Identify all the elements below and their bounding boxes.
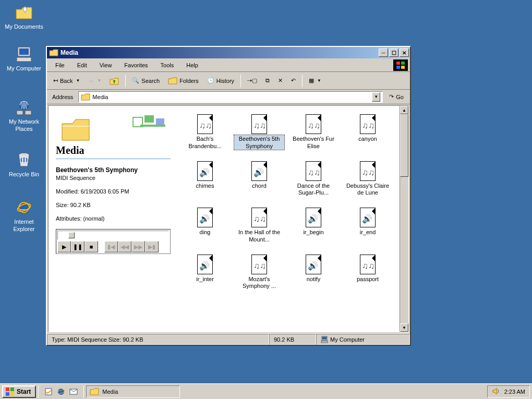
skip-end-button[interactable]: ▶▮	[145, 241, 159, 252]
file-item[interactable]: 🔊notify	[288, 251, 338, 290]
menubar: File Edit View Favorites Tools Help	[47, 58, 410, 72]
folder-icon	[81, 93, 90, 101]
file-label: Debussy's Claire de Lune	[343, 182, 393, 197]
scroll-down-button[interactable]: ▼	[400, 323, 408, 332]
skip-start-button[interactable]: ▮◀	[104, 241, 118, 252]
address-dropdown-button[interactable]: ▼	[372, 92, 380, 102]
file-item[interactable]: ♫♫Dance of the Sugar-Plu...	[288, 158, 338, 197]
desktop-icon-label: My Network Places	[3, 118, 45, 133]
file-item[interactable]: ♫♫Beethoven's Fur Elise	[288, 111, 338, 150]
seek-thumb[interactable]	[68, 232, 75, 238]
copy-to-button[interactable]: ⧉	[262, 76, 273, 86]
quick-launch-show-desktop[interactable]	[43, 386, 54, 397]
svg-rect-22	[6, 392, 9, 396]
file-label: chimes	[195, 182, 215, 190]
svg-rect-1	[19, 49, 29, 55]
search-button[interactable]: 🔍Search	[129, 76, 163, 86]
views-icon: ▦	[309, 77, 314, 84]
file-area[interactable]: ♫♫Bach's Brandenbu...♫♫Beethoven's 5th S…	[178, 106, 408, 332]
delete-button[interactable]: ✕	[275, 76, 286, 86]
titlebar[interactable]: Media ─ ☐ ✕	[47, 47, 410, 58]
address-bar: Address ▼ ↷Go	[47, 90, 410, 104]
svg-rect-2	[17, 57, 31, 62]
menu-favorites[interactable]: Favorites	[118, 60, 154, 70]
desktop-icon-my-documents[interactable]: My Documents	[3, 3, 45, 30]
file-item[interactable]: 🔊chimes	[180, 158, 230, 197]
file-item[interactable]: ♫♫Bach's Brandenbu...	[180, 111, 230, 150]
undo-button[interactable]: ↶	[288, 76, 299, 86]
midi-file-icon: ♫♫	[358, 111, 377, 134]
svg-rect-15	[156, 118, 164, 125]
quick-launch-ie[interactable]	[55, 386, 67, 397]
scroll-thumb[interactable]	[400, 114, 408, 177]
file-item[interactable]: 🔊ir_end	[343, 204, 393, 243]
detail-panel: Media Beethoven's 5th Symphony MIDI Sequ…	[49, 106, 178, 332]
file-item[interactable]: ♫♫Beethoven's 5th Symphony	[234, 111, 284, 150]
svg-rect-4	[17, 111, 23, 115]
go-button[interactable]: ↷Go	[386, 92, 407, 102]
desktop-icon-recycle-bin[interactable]: Recycle Bin	[3, 151, 45, 178]
svg-rect-24	[45, 389, 52, 395]
file-item[interactable]: ♫♫passport	[343, 251, 393, 290]
fast-forward-button[interactable]: ▶▶	[131, 241, 145, 252]
file-label: Dance of the Sugar-Plu...	[288, 182, 338, 197]
midi-file-icon: ♫♫	[250, 111, 269, 134]
volume-icon[interactable]	[492, 387, 500, 396]
close-button[interactable]: ✕	[400, 49, 409, 57]
go-icon: ↷	[389, 93, 394, 100]
svg-point-25	[58, 389, 64, 395]
taskbar-task-media[interactable]: Media	[86, 385, 180, 398]
file-label: chord	[251, 182, 268, 190]
rewind-button[interactable]: ◀◀	[118, 241, 131, 252]
file-item[interactable]: ♫♫canyon	[343, 111, 393, 150]
file-label: Beethoven's Fur Elise	[288, 135, 338, 150]
maximize-button[interactable]: ☐	[389, 49, 398, 57]
file-item[interactable]: ♫♫Mozart's Symphony ...	[234, 251, 284, 290]
menu-help[interactable]: Help	[180, 60, 204, 70]
address-field[interactable]: ▼	[78, 91, 383, 103]
menu-edit[interactable]: Edit	[71, 60, 93, 70]
address-input[interactable]	[92, 94, 370, 100]
folder-up-icon	[110, 76, 119, 86]
svg-rect-20	[6, 388, 9, 391]
scroll-up-button[interactable]: ▲	[400, 106, 408, 114]
stop-button[interactable]: ■	[84, 241, 98, 252]
minimize-button[interactable]: ─	[379, 49, 388, 57]
windows-logo-icon	[5, 387, 15, 396]
back-button[interactable]: ↤Back▼	[50, 76, 83, 86]
file-item[interactable]: ♫♫In the Hall of the Mount...	[234, 204, 284, 243]
forward-button[interactable]: →▼	[85, 76, 104, 86]
desktop-icon-my-computer[interactable]: My Computer	[3, 45, 45, 72]
file-item[interactable]: 🔊ir_begin	[288, 204, 338, 243]
system-tray[interactable]: 2:23 AM	[487, 385, 530, 398]
clock: 2:23 AM	[504, 389, 525, 395]
file-item[interactable]: 🔊ding	[180, 204, 230, 243]
play-button[interactable]: ▶	[57, 241, 71, 252]
menu-file[interactable]: File	[49, 60, 71, 70]
up-button[interactable]	[106, 75, 122, 87]
file-item[interactable]: 🔊ir_inter	[180, 251, 230, 290]
file-item[interactable]: 🔊chord	[234, 158, 284, 197]
scrollbar[interactable]: ▲ ▼	[400, 106, 408, 332]
pause-button[interactable]: ❚❚	[71, 241, 84, 252]
midi-file-icon: ♫♫	[304, 158, 323, 181]
file-label: ding	[199, 228, 212, 237]
menu-tools[interactable]: Tools	[154, 60, 180, 70]
move-to-button[interactable]: ⇢▢	[244, 76, 260, 86]
desktop-icon-internet-explorer[interactable]: Internet Explorer	[3, 198, 45, 233]
folders-button[interactable]: Folders	[165, 75, 202, 87]
status-location: My Computer	[316, 334, 410, 345]
start-button[interactable]: Start	[2, 385, 36, 398]
player-seekbar[interactable]	[57, 231, 169, 240]
history-button[interactable]: 🕓History	[204, 76, 237, 86]
desktop-icon-my-network-places[interactable]: My Network Places	[3, 98, 45, 133]
views-button[interactable]: ▦▼	[306, 76, 324, 86]
desktop-icon-label: Internet Explorer	[3, 218, 45, 233]
folder-icon	[90, 388, 99, 396]
file-item[interactable]: ♫♫Debussy's Claire de Lune	[343, 158, 393, 197]
quick-launch-outlook[interactable]	[68, 386, 79, 397]
search-icon: 🔍	[132, 77, 139, 84]
forward-icon: →	[88, 78, 94, 84]
window-title: Media	[61, 49, 78, 56]
menu-view[interactable]: View	[93, 60, 118, 70]
